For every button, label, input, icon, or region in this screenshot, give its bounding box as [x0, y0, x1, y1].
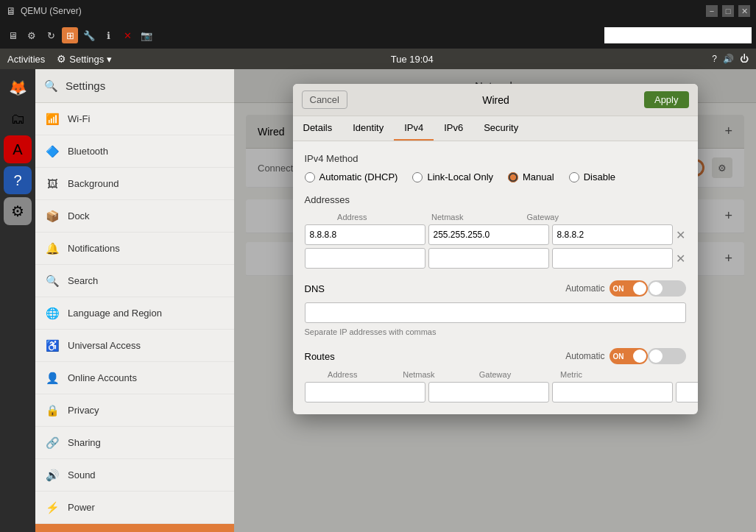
sidebar-item-label: Wi-Fi	[68, 113, 90, 124]
close-button[interactable]: ✕	[738, 5, 750, 17]
netmask-input-1[interactable]	[428, 224, 549, 245]
toolbar-search-input[interactable]	[604, 27, 752, 43]
tab-identity[interactable]: Identity	[342, 116, 394, 141]
routes-toggle-off[interactable]	[648, 348, 686, 364]
routes-col-address: Address	[305, 370, 381, 379]
method-link-local[interactable]: Link-Local Only	[412, 171, 493, 182]
method-label: IPv4 Method	[305, 153, 686, 164]
toolbar-icon-8[interactable]: 📷	[138, 27, 155, 43]
sidebar-item-dock[interactable]: 📦 Dock	[35, 200, 234, 233]
tray-question-icon: ?	[712, 54, 717, 64]
tab-details[interactable]: Details	[293, 116, 343, 141]
address-input-2[interactable]	[305, 248, 425, 269]
toolbar-icon-4[interactable]: ⊞	[62, 27, 78, 43]
network-panel: Network Wired + Connected ON ⚙	[234, 69, 756, 532]
toolbar-icon-6[interactable]: ℹ	[100, 27, 116, 43]
notifications-icon: 🔔	[44, 242, 60, 255]
routes-gateway-input[interactable]	[552, 382, 673, 402]
addr-col-address: Address	[305, 213, 400, 221]
sidebar-item-label: Privacy	[68, 405, 99, 416]
sidebar-item-language[interactable]: 🌐 Language and Region	[35, 297, 234, 330]
main-area: 🦊 🗂 A ? ⚙ 🔍 Settings 📶 Wi-Fi 🔷 Bluetooth…	[0, 69, 756, 532]
modal-tabs: Details Identity IPv4 IPv6 Security	[293, 116, 698, 141]
routes-label: Routes	[305, 351, 566, 362]
routes-toggle[interactable]: ON	[610, 348, 648, 364]
method-dhcp[interactable]: Automatic (DHCP)	[305, 171, 398, 182]
app-icon: 🖥	[6, 5, 16, 17]
addr-remove-2[interactable]: ✕	[676, 249, 686, 267]
power-icon: ⚡	[44, 501, 60, 514]
dns-section: DNS Automatic ON	[305, 280, 686, 336]
dock-software[interactable]: A	[4, 135, 32, 163]
method-disable[interactable]: Disable	[569, 171, 615, 182]
addr-row-2: ✕	[305, 248, 686, 269]
gateway-input-2[interactable]	[552, 248, 673, 269]
dns-input[interactable]	[305, 302, 686, 323]
dock: 🦊 🗂 A ? ⚙	[0, 69, 35, 532]
modal-overlay: Cancel Wired Apply Details Identity IPv4…	[234, 69, 756, 532]
sidebar-item-label: Sound	[68, 469, 96, 480]
sidebar-item-online-accounts[interactable]: 👤 Online Accounts	[35, 362, 234, 394]
addresses-label: Addresses	[305, 194, 686, 205]
toolbar-icon-7[interactable]: ✕	[119, 27, 135, 43]
apply-button[interactable]: Apply	[644, 91, 689, 108]
routes-metric-input[interactable]	[676, 382, 698, 402]
settings-list: 📶 Wi-Fi 🔷 Bluetooth 🖼 Background 📦 Dock …	[35, 103, 234, 532]
sidebar-item-universal-access[interactable]: ♿ Universal Access	[35, 330, 234, 362]
sidebar-item-label: Online Accounts	[68, 372, 137, 383]
dns-toggle[interactable]: ON	[610, 280, 648, 297]
method-disable-input[interactable]	[569, 172, 579, 182]
activities-button[interactable]: Activities	[7, 54, 45, 65]
netmask-input-2[interactable]	[428, 248, 549, 269]
sidebar-item-sound[interactable]: 🔊 Sound	[35, 459, 234, 492]
settings-search-icon[interactable]: 🔍	[44, 79, 58, 93]
cancel-button[interactable]: Cancel	[302, 91, 347, 109]
online-accounts-icon: 👤	[44, 372, 60, 385]
tab-security[interactable]: Security	[473, 116, 529, 141]
toolbar-icon-5[interactable]: 🔧	[81, 27, 97, 43]
dock-files[interactable]: 🗂	[4, 104, 32, 132]
method-manual-input[interactable]	[508, 172, 518, 182]
method-link-local-input[interactable]	[412, 172, 423, 182]
ipv4-method-section: IPv4 Method Automatic (DHCP) Link-Local …	[305, 153, 686, 182]
method-link-local-label: Link-Local Only	[427, 171, 493, 182]
method-manual[interactable]: Manual	[508, 171, 554, 182]
toolbar-icon-2[interactable]: ⚙	[24, 27, 40, 43]
sidebar-item-search[interactable]: 🔍 Search	[35, 265, 234, 297]
toolbar-icon-1[interactable]: 🖥	[4, 27, 21, 43]
settings-menu[interactable]: ⚙ Settings ▾	[57, 53, 112, 65]
sidebar-item-label: Background	[68, 178, 119, 189]
settings-panel-title: Settings	[66, 79, 105, 92]
settings-menu-icon: ⚙	[57, 53, 66, 65]
tab-ipv6[interactable]: IPv6	[434, 116, 473, 141]
dns-hint: Separate IP addresses with commas	[305, 327, 686, 336]
sidebar-item-wifi[interactable]: 📶 Wi-Fi	[35, 103, 234, 135]
dns-toggle-off[interactable]	[648, 280, 686, 297]
sidebar-item-sharing[interactable]: 🔗 Sharing	[35, 427, 234, 459]
address-input-1[interactable]	[305, 224, 425, 245]
dock-help[interactable]: ?	[4, 166, 32, 194]
routes-col-header: Address Netmask Gateway Metric	[305, 370, 686, 379]
sidebar-item-background[interactable]: 🖼 Background	[35, 168, 234, 200]
routes-netmask-input[interactable]	[428, 382, 549, 402]
modal-body: IPv4 Method Automatic (DHCP) Link-Local …	[293, 141, 698, 414]
sidebar-item-network[interactable]: 🌐 Network	[35, 524, 234, 532]
sidebar-item-notifications[interactable]: 🔔 Notifications	[35, 233, 234, 265]
routes-address-input[interactable]	[305, 382, 425, 402]
dock-firefox[interactable]: 🦊	[4, 74, 32, 102]
dock-settings[interactable]: ⚙	[4, 197, 32, 225]
maximize-button[interactable]: □	[722, 5, 734, 17]
addr-remove-1[interactable]: ✕	[676, 226, 686, 244]
tab-ipv4[interactable]: IPv4	[394, 116, 434, 141]
toolbar-icon-3[interactable]: ↻	[43, 27, 59, 43]
gateway-input-1[interactable]	[552, 224, 673, 245]
sidebar-item-bluetooth[interactable]: 🔷 Bluetooth	[35, 135, 234, 168]
minimize-button[interactable]: −	[706, 5, 718, 17]
wifi-icon: 📶	[44, 113, 60, 126]
routes-input-row: ✕	[305, 382, 686, 402]
system-tray: ? 🔊 ⏻	[712, 54, 749, 64]
sidebar-item-privacy[interactable]: 🔒 Privacy	[35, 394, 234, 427]
sidebar-item-power[interactable]: ⚡ Power	[35, 492, 234, 524]
method-dhcp-input[interactable]	[305, 172, 315, 182]
dns-auto-label: Automatic	[565, 283, 604, 294]
